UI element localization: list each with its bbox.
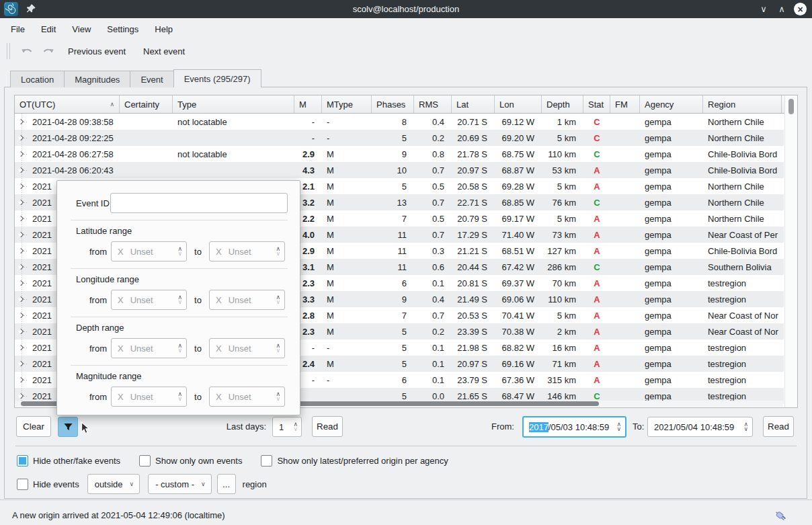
spin-arrows-icon[interactable]: ∧∨ (276, 247, 280, 256)
range-unset-spinbox[interactable]: XUnset∧∨ (209, 290, 285, 310)
show-only-latest-checkbox[interactable] (261, 455, 272, 467)
last-days-spinbox[interactable]: 1 ∧∨ (272, 417, 302, 437)
expander-icon[interactable] (18, 329, 24, 334)
read-button-2[interactable]: Read (763, 416, 794, 437)
column-header-m[interactable]: M (294, 95, 322, 113)
to-datetime-field[interactable]: 2021/05/04 10:48:59 ∧∨ (647, 417, 753, 437)
tab-event[interactable]: Event (130, 71, 173, 87)
column-header-type[interactable]: Type (173, 95, 294, 113)
expander-icon[interactable] (18, 345, 24, 350)
spin-arrows-icon[interactable]: ∧∨ (177, 344, 182, 353)
column-header-fm[interactable]: FM (610, 95, 640, 113)
minimize-button[interactable]: ∨ (758, 3, 770, 15)
read-button[interactable]: Read (312, 416, 343, 437)
menu-item-file[interactable]: File (3, 22, 33, 37)
clear-x-icon[interactable]: X (118, 247, 124, 257)
region-browse-button[interactable]: ... (217, 474, 236, 494)
spin-arrows-icon[interactable]: ∧∨ (177, 295, 182, 305)
hide-other-fake-events-checkbox[interactable] (17, 455, 28, 467)
toolbar-drag-handle[interactable] (7, 43, 10, 59)
spin-arrows-icon[interactable]: ∧∨ (293, 422, 298, 432)
from-datetime-field[interactable]: 2017 /05/03 10:48:59 ∧∨ (522, 416, 626, 438)
expander-icon[interactable] (18, 232, 24, 237)
close-button[interactable]: × (794, 3, 807, 15)
column-header-region[interactable]: Region (703, 95, 782, 113)
column-header-lon[interactable]: Lon (495, 95, 542, 113)
spin-arrows-icon[interactable]: ∧∨ (616, 422, 621, 432)
menu-item-edit[interactable]: Edit (33, 22, 64, 37)
column-header-lat[interactable]: Lat (452, 95, 495, 113)
column-header-ot-utc[interactable]: OT(UTC)∧ (15, 95, 120, 113)
expander-icon[interactable] (18, 119, 24, 124)
inside-outside-dropdown[interactable]: outside ∨ (87, 474, 140, 494)
previous-event-button[interactable]: Previous event (61, 43, 132, 60)
tab-location[interactable]: Location (10, 71, 65, 87)
clear-x-icon[interactable]: X (118, 295, 124, 305)
clear-x-icon[interactable]: X (118, 392, 124, 402)
region-preset-dropdown[interactable]: - custom - ∨ (148, 474, 211, 494)
undo-arrow-icon[interactable] (18, 43, 36, 59)
spin-arrows-icon[interactable]: ∧∨ (276, 295, 280, 305)
clear-x-icon[interactable]: X (118, 344, 124, 354)
titlebar[interactable]: scolv@localhost/production ∨ ∧ × (0, 0, 812, 18)
range-unset-spinbox[interactable]: XUnset∧∨ (111, 241, 187, 261)
range-unset-spinbox[interactable]: XUnset∧∨ (111, 338, 187, 358)
spin-arrows-icon[interactable]: ∧∨ (177, 392, 182, 401)
spin-arrows-icon[interactable]: ∧∨ (276, 344, 280, 353)
expander-icon[interactable] (18, 184, 24, 189)
maximize-button[interactable]: ∧ (776, 3, 788, 15)
vertical-scrollbar[interactable] (784, 95, 797, 407)
expander-icon[interactable] (18, 167, 24, 173)
range-unset-spinbox[interactable]: XUnset∧∨ (209, 338, 285, 358)
range-unset-spinbox[interactable]: XUnset∧∨ (111, 387, 187, 407)
table-row[interactable]: 2021-04-28 06:20:434.3M100.720.97 S68.87… (15, 162, 784, 178)
expander-icon[interactable] (18, 248, 24, 253)
expander-icon[interactable] (18, 296, 24, 302)
menu-item-settings[interactable]: Settings (99, 22, 147, 37)
column-header-phases[interactable]: Phases (372, 95, 414, 113)
vertical-scrollbar-thumb[interactable] (788, 99, 794, 114)
expander-icon[interactable] (18, 135, 24, 140)
table-row[interactable]: 2021-04-28 09:38:58not locatable--80.420… (15, 114, 784, 130)
expander-icon[interactable] (18, 377, 24, 382)
table-row[interactable]: 2021-04-28 06:27:58not locatable2.9M90.8… (15, 146, 784, 162)
event-id-input[interactable] (110, 193, 288, 213)
expander-icon[interactable] (18, 151, 24, 157)
column-header-rms[interactable]: RMS (414, 95, 452, 113)
spin-arrows-icon[interactable]: ∧∨ (177, 247, 182, 256)
column-header-stat[interactable]: Stat (583, 95, 610, 113)
spin-arrows-icon[interactable]: ∧∨ (743, 422, 748, 432)
spin-arrows-icon[interactable]: ∧∨ (276, 392, 280, 401)
cell-lat: 21.78 S (452, 146, 495, 162)
expander-icon[interactable] (18, 393, 24, 399)
column-header-depth[interactable]: Depth (542, 95, 583, 113)
tab-magnitudes[interactable]: Magnitudes (64, 71, 130, 87)
table-row[interactable]: 2021-04-28 09:22:25--50.220.69 S69.20 W5… (15, 130, 784, 146)
range-unset-spinbox[interactable]: XUnset∧∨ (209, 387, 285, 407)
expander-icon[interactable] (18, 200, 24, 205)
clear-x-icon[interactable]: X (216, 392, 222, 402)
column-header-certainty[interactable]: Certainty (120, 95, 173, 113)
expander-icon[interactable] (18, 264, 24, 270)
expander-icon[interactable] (18, 216, 24, 221)
expander-icon[interactable] (18, 361, 24, 366)
clear-x-icon[interactable]: X (216, 247, 222, 257)
hide-events-checkbox[interactable] (17, 479, 28, 490)
column-header-agency[interactable]: Agency (640, 95, 703, 113)
range-unset-spinbox[interactable]: XUnset∧∨ (111, 290, 187, 310)
tab-events-295-297[interactable]: Events (295/297) (173, 69, 261, 87)
expander-icon[interactable] (18, 280, 24, 286)
clear-x-icon[interactable]: X (216, 295, 222, 305)
show-only-own-events-checkbox[interactable] (139, 455, 151, 467)
column-header-mtype[interactable]: MType (322, 95, 372, 113)
filter-toggle-button[interactable] (58, 417, 78, 437)
clear-x-icon[interactable]: X (216, 344, 222, 354)
expander-icon[interactable] (18, 313, 24, 318)
menu-item-view[interactable]: View (64, 22, 99, 37)
menu-item-help[interactable]: Help (147, 22, 181, 37)
next-event-button[interactable]: Next event (136, 43, 192, 60)
range-unset-spinbox[interactable]: XUnset∧∨ (209, 241, 285, 261)
clear-button[interactable]: Clear (16, 416, 51, 437)
redo-arrow-icon[interactable] (40, 43, 57, 59)
cell-region: testregion (703, 275, 782, 291)
